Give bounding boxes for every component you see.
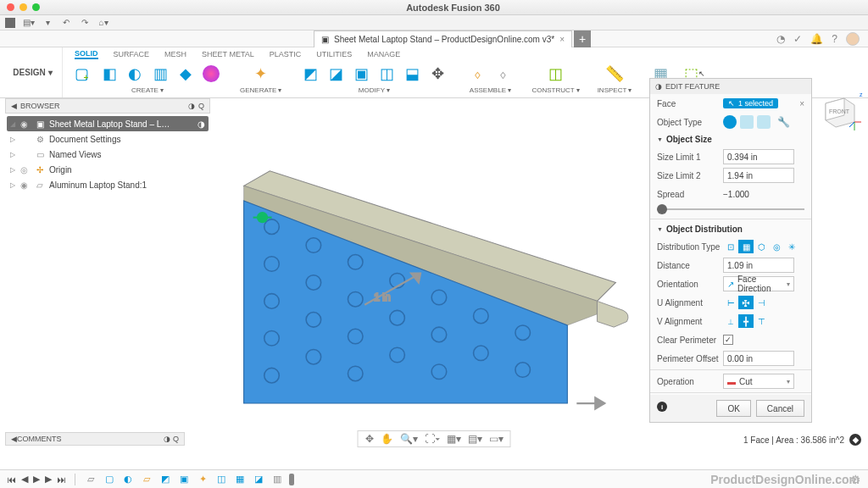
display-icon[interactable]: ▦▾ xyxy=(447,433,461,445)
redo-icon[interactable]: ↷ xyxy=(80,18,90,28)
orbit-icon[interactable]: ✥ xyxy=(365,433,374,445)
u-align-right-icon[interactable]: ⊣ xyxy=(754,296,769,309)
job-status-icon[interactable]: ✓ xyxy=(793,33,802,45)
feature-5-icon[interactable]: ◩ xyxy=(159,473,172,486)
undo-icon[interactable]: ↶ xyxy=(61,18,71,28)
plane-icon[interactable]: ◫ xyxy=(545,63,567,85)
clear-selection-icon[interactable]: × xyxy=(799,99,804,108)
feature-8-icon[interactable]: ◫ xyxy=(214,473,228,486)
file-icon[interactable]: ▤▾ xyxy=(24,18,34,28)
object-type-sphere-icon[interactable] xyxy=(723,115,737,129)
new-tab-button[interactable]: + xyxy=(574,30,591,47)
timeline-marker[interactable] xyxy=(289,474,294,485)
u-align-left-icon[interactable]: ⊢ xyxy=(723,296,738,309)
clear-perimeter-checkbox[interactable]: ✓ xyxy=(723,335,733,345)
new-sketch-icon[interactable]: ▢+ xyxy=(73,63,95,85)
edit-feature-header[interactable]: ◑EDIT FEATURE xyxy=(650,79,811,94)
tree-doc-settings[interactable]: ▷⚙ Document Settings xyxy=(7,131,209,147)
workspace-switcher[interactable]: DESIGN▾ xyxy=(3,47,63,97)
close-window-icon[interactable] xyxy=(7,3,14,11)
operation-select[interactable]: ▬Cut▾ xyxy=(723,374,794,389)
revolve-icon[interactable]: ◆ xyxy=(175,63,197,85)
extensions-icon[interactable]: ◔ xyxy=(776,33,785,45)
help-icon[interactable]: ? xyxy=(832,33,837,45)
browser-search-icon[interactable]: Q xyxy=(198,102,204,110)
u-align-center-icon[interactable]: ⧾ xyxy=(738,296,754,309)
viewport[interactable]: 1 in xyxy=(220,115,639,422)
object-type-box-icon[interactable] xyxy=(740,115,754,129)
tree-component[interactable]: ▷◉▱ Aluminum Laptop Stand:1 xyxy=(7,177,209,192)
face-selection[interactable]: ↖1 selected xyxy=(723,98,778,108)
press-pull-icon[interactable]: ◩ xyxy=(299,63,321,85)
feature-3-icon[interactable]: ◐ xyxy=(121,473,135,486)
cancel-button[interactable]: Cancel xyxy=(756,400,804,417)
distance-input[interactable] xyxy=(723,258,794,273)
size1-input[interactable] xyxy=(723,149,794,164)
spread-slider[interactable] xyxy=(650,203,811,215)
extrude-icon[interactable]: ▥ xyxy=(149,63,171,85)
timeline-last-icon[interactable]: ⏭ xyxy=(57,474,66,485)
app-grid-icon[interactable] xyxy=(5,18,15,28)
notifications-icon[interactable]: 🔔 xyxy=(810,33,823,45)
perimeter-offset-input[interactable] xyxy=(723,351,794,366)
grid-icon[interactable]: ▤▾ xyxy=(468,433,482,445)
tree-named-views[interactable]: ▷▭ Named Views xyxy=(7,147,209,162)
feature-1-icon[interactable]: ▱ xyxy=(84,473,97,486)
feature-4-icon[interactable]: ▱ xyxy=(140,473,153,486)
feature-7-icon[interactable]: ✦ xyxy=(196,473,209,486)
as-built-joint-icon[interactable]: ⬨ xyxy=(492,63,514,85)
home-icon[interactable]: ⌂▾ xyxy=(98,18,108,28)
feature-11-icon[interactable]: ▥ xyxy=(270,473,284,486)
fit-icon[interactable]: ⛶▾ xyxy=(425,433,440,445)
generate-icon[interactable]: ✦ xyxy=(250,63,272,85)
timeline-next-icon[interactable]: ▶ xyxy=(45,474,52,485)
size2-input[interactable] xyxy=(723,168,794,183)
combine-icon[interactable]: ◫ xyxy=(376,63,398,85)
status-badge-icon[interactable]: ◆ xyxy=(849,434,861,446)
object-size-header[interactable]: Object Size xyxy=(650,131,811,147)
tab-plastic[interactable]: PLASTIC xyxy=(270,50,302,58)
feature-6-icon[interactable]: ▣ xyxy=(177,473,191,486)
dist-radial-icon[interactable]: ◎ xyxy=(769,240,784,253)
box-icon[interactable]: ◧ xyxy=(98,63,120,85)
split-icon[interactable]: ⬓ xyxy=(401,63,423,85)
fillet-icon[interactable]: ◪ xyxy=(325,63,347,85)
feature-9-icon[interactable]: ▦ xyxy=(233,473,247,486)
joint-icon[interactable]: ⬨ xyxy=(466,63,488,85)
ok-button[interactable]: OK xyxy=(716,400,750,417)
pan-icon[interactable]: ✋ xyxy=(381,433,393,445)
move-icon[interactable]: ✥ xyxy=(426,63,448,85)
zoom-icon[interactable]: 🔍▾ xyxy=(400,433,418,445)
minimize-window-icon[interactable] xyxy=(19,3,27,11)
info-icon[interactable]: i xyxy=(657,402,667,412)
browser-header[interactable]: ◀BROWSER ◑Q xyxy=(5,98,210,114)
feature-10-icon[interactable]: ◪ xyxy=(252,473,265,486)
cylinder-icon[interactable]: ◐ xyxy=(124,63,146,85)
dist-hex-icon[interactable]: ⬡ xyxy=(754,240,769,253)
close-tab-icon[interactable]: × xyxy=(559,35,565,44)
viewcube[interactable]: FRONT z xyxy=(817,88,863,134)
tree-root[interactable]: ◢◉▣ Sheet Metal Laptop Stand – L…◑ xyxy=(7,116,209,131)
timeline-play-icon[interactable]: ▶ xyxy=(33,474,40,485)
dist-grid-icon[interactable]: ▦ xyxy=(738,240,754,253)
user-avatar[interactable] xyxy=(846,32,860,46)
object-type-cyl-icon[interactable] xyxy=(757,115,771,129)
comments-panel[interactable]: ◀COMMENTS ◑ Q xyxy=(5,432,185,446)
save-icon[interactable]: ▾ xyxy=(42,18,53,28)
shell-icon[interactable]: ▣ xyxy=(350,63,372,85)
browser-settings-icon[interactable]: ◑ xyxy=(188,102,195,110)
v-align-bottom-icon[interactable]: ⟂ xyxy=(723,314,738,328)
distribution-header[interactable]: Object Distribution xyxy=(650,221,811,237)
tab-surface[interactable]: SURFACE xyxy=(114,50,150,58)
viewport-icon[interactable]: ▭▾ xyxy=(489,433,504,445)
timeline-first-icon[interactable]: ⏮ xyxy=(7,474,16,485)
tab-solid[interactable]: SOLID xyxy=(75,49,98,59)
tab-utilities[interactable]: UTILITIES xyxy=(316,50,352,58)
dist-random-icon[interactable]: ⊡ xyxy=(723,240,738,253)
tab-mesh[interactable]: MESH xyxy=(164,50,186,58)
orientation-select[interactable]: ↗Face Direction▾ xyxy=(723,276,794,291)
tree-origin[interactable]: ▷◎✢ Origin xyxy=(7,162,209,177)
v-align-top-icon[interactable]: ⊤ xyxy=(754,314,769,328)
tab-sheet-metal[interactable]: SHEET METAL xyxy=(202,50,254,58)
measure-icon[interactable]: 📏 xyxy=(604,63,626,85)
